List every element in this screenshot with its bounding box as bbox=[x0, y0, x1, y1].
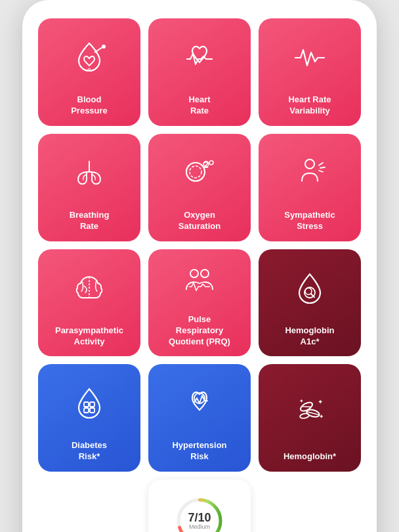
svg-text:✦: ✦ bbox=[299, 398, 304, 404]
hrv-label: Heart RateVariability bbox=[288, 94, 331, 117]
svg-point-7 bbox=[209, 161, 213, 165]
diabetes-risk-card[interactable]: DiabetesRisk* bbox=[38, 364, 140, 472]
hemoglobin-a1c-icon bbox=[264, 257, 356, 320]
breathing-rate-icon bbox=[43, 142, 135, 205]
svg-rect-19 bbox=[90, 402, 94, 407]
sympathetic-stress-icon bbox=[264, 142, 356, 205]
diabetes-icon bbox=[43, 372, 135, 435]
svg-text:✦: ✦ bbox=[319, 413, 324, 420]
hemoglobin-a1c-label: HemoglobinA1c* bbox=[285, 325, 334, 348]
parasympathetic-label: ParasympatheticActivity bbox=[55, 325, 123, 348]
phone-frame: BloodPressure HeartRate Heart RateVariab… bbox=[22, 0, 377, 532]
svg-line-11 bbox=[319, 171, 323, 172]
svg-point-0 bbox=[88, 68, 91, 72]
sympathetic-stress-card[interactable]: SympatheticStress bbox=[259, 134, 361, 241]
svg-point-8 bbox=[305, 159, 314, 169]
svg-point-27 bbox=[299, 413, 309, 419]
hrv-card[interactable]: Heart RateVariability bbox=[259, 18, 361, 126]
wellness-score-card[interactable]: 7/10 Medium WellnessScore bbox=[148, 480, 251, 532]
diabetes-risk-label: DiabetesRisk* bbox=[72, 440, 107, 462]
blood-pressure-icon bbox=[43, 26, 135, 89]
metrics-grid: BloodPressure HeartRate Heart RateVariab… bbox=[38, 18, 361, 532]
svg-rect-20 bbox=[84, 408, 89, 413]
hypertension-risk-card[interactable]: HypertensionRisk bbox=[148, 364, 251, 472]
svg-point-2 bbox=[102, 45, 106, 49]
oxygen-saturation-label: OxygenSaturation bbox=[178, 210, 220, 232]
parasympathetic-activity-card[interactable]: ParasympatheticActivity bbox=[38, 249, 140, 357]
hemoglobin-label: Hemoglobin* bbox=[284, 451, 336, 462]
heart-rate-icon bbox=[154, 26, 245, 89]
breathing-rate-card[interactable]: BreathingRate bbox=[38, 134, 140, 241]
wellness-score-sub: Medium bbox=[188, 523, 211, 530]
svg-point-3 bbox=[186, 163, 205, 181]
hemoglobin-card[interactable]: ✦ ✦ ✦ Hemoglobin* bbox=[259, 364, 361, 472]
breathing-rate-label: BreathingRate bbox=[70, 210, 110, 232]
heart-rate-card[interactable]: HeartRate bbox=[148, 18, 251, 126]
svg-line-9 bbox=[319, 163, 323, 165]
wellness-gauge: 7/10 Medium bbox=[173, 495, 226, 532]
heart-rate-label: HeartRate bbox=[188, 94, 210, 117]
hemoglobin-icon: ✦ ✦ ✦ bbox=[264, 372, 356, 446]
svg-point-4 bbox=[190, 166, 201, 178]
hrv-icon bbox=[264, 26, 356, 89]
svg-rect-21 bbox=[90, 408, 94, 413]
prq-card[interactable]: PulseRespiratoryQuotient (PRQ) bbox=[148, 249, 251, 357]
hypertension-icon bbox=[154, 372, 245, 435]
svg-rect-18 bbox=[84, 402, 89, 407]
svg-point-13 bbox=[190, 270, 198, 277]
svg-point-14 bbox=[201, 270, 209, 277]
hypertension-risk-label: HypertensionRisk bbox=[172, 440, 226, 462]
oxygen-saturation-icon: 2 bbox=[154, 142, 245, 205]
blood-pressure-label: BloodPressure bbox=[71, 94, 108, 117]
prq-icon bbox=[154, 257, 245, 309]
svg-line-10 bbox=[320, 167, 325, 168]
sympathetic-stress-label: SympatheticStress bbox=[284, 210, 335, 232]
hemoglobin-a1c-card[interactable]: HemoglobinA1c* bbox=[259, 249, 361, 357]
wellness-score-value: 7/10 bbox=[188, 512, 211, 523]
prq-label: PulseRespiratoryQuotient (PRQ) bbox=[169, 314, 230, 348]
blood-pressure-card[interactable]: BloodPressure bbox=[38, 18, 140, 126]
svg-text:✦: ✦ bbox=[318, 398, 323, 405]
wellness-gauge-text: 7/10 Medium bbox=[188, 512, 211, 530]
oxygen-saturation-card[interactable]: 2 OxygenSaturation bbox=[148, 134, 251, 241]
parasympathetic-icon bbox=[43, 257, 135, 320]
